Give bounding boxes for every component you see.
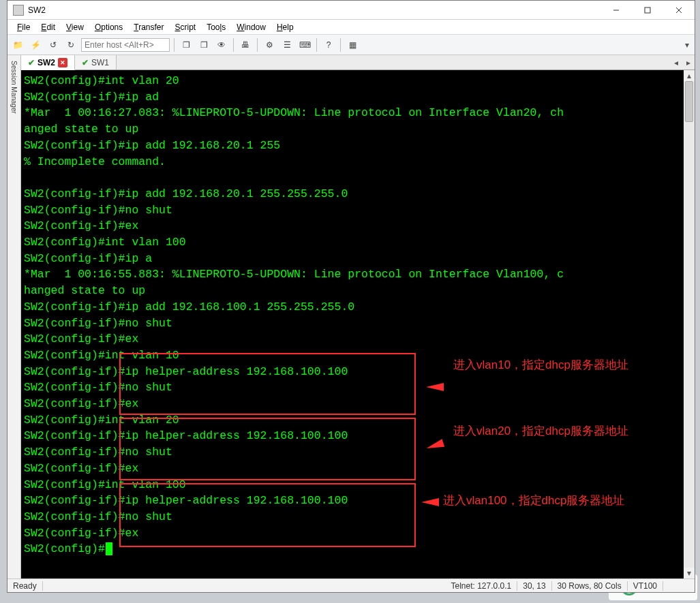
session-manager-label: Session Manager — [10, 58, 18, 114]
find-icon[interactable]: 👁 — [214, 37, 229, 52]
minimize-button[interactable] — [600, 1, 632, 20]
session-manager-panel[interactable]: Session Manager — [7, 55, 21, 578]
tab-label: SW2 — [37, 58, 55, 67]
status-emu: VT100 — [628, 581, 663, 591]
terminal[interactable]: SW2(config)#int vlan 20 SW2(config-if)#i… — [21, 70, 695, 578]
properties-icon[interactable]: ⚙ — [262, 37, 277, 52]
folder-icon[interactable]: 📁 — [10, 37, 25, 52]
help-icon[interactable]: ? — [321, 37, 336, 52]
menu-script[interactable]: Script — [170, 22, 202, 32]
svg-rect-1 — [645, 7, 650, 13]
status-telnet: Telnet: 127.0.0.1 — [445, 581, 517, 591]
quick-connect-icon[interactable]: ⚡ — [28, 37, 43, 52]
right-pane: ✔ SW2 ✕ ✔ SW1 ◂ ▸ SW2(config)#int vlan 2… — [21, 55, 695, 578]
status-bar: Ready Telnet: 127.0.0.1 30, 13 30 Rows, … — [7, 578, 695, 592]
connected-icon: ✔ — [82, 58, 89, 67]
menu-view[interactable]: View — [61, 22, 89, 32]
keys-icon[interactable]: ⌨ — [297, 37, 312, 52]
scroll-down-icon[interactable]: ▾ — [684, 568, 695, 578]
status-size: 30 Rows, 80 Cols — [552, 581, 628, 591]
host-input[interactable] — [81, 38, 170, 52]
connected-icon: ✔ — [28, 58, 35, 67]
copy-icon[interactable]: ❐ — [179, 37, 194, 52]
tab-scroll-right-icon[interactable]: ▸ — [682, 55, 695, 69]
reconnect-alt-icon[interactable]: ↻ — [63, 37, 78, 52]
menu-edit[interactable]: Edit — [35, 22, 61, 32]
session-tabs: ✔ SW2 ✕ ✔ SW1 ◂ ▸ — [21, 55, 695, 70]
toolbar: 📁 ⚡ ↺ ↻ ❐ ❒ 👁 🖶 ⚙ ☰ ⌨ ? ▦ ▾ — [7, 35, 695, 55]
status-ready: Ready — [7, 581, 43, 591]
main-area: Session Manager ✔ SW2 ✕ ✔ SW1 ◂ ▸ — [7, 55, 695, 578]
menu-transfer[interactable]: Transfer — [128, 22, 169, 32]
menu-help[interactable]: Help — [271, 22, 299, 32]
scroll-thumb[interactable] — [685, 81, 693, 122]
title-bar: SW2 — [7, 1, 695, 20]
menu-options[interactable]: Options — [89, 22, 128, 32]
app-icon — [13, 5, 24, 16]
menu-bar: File Edit View Options Transfer Script T… — [7, 20, 695, 35]
close-button[interactable] — [663, 1, 695, 20]
tab-sw2[interactable]: ✔ SW2 ✕ — [21, 55, 75, 70]
close-tab-icon[interactable]: ✕ — [58, 58, 67, 67]
session-opts-icon[interactable]: ☰ — [279, 37, 294, 52]
terminal-output: SW2(config)#int vlan 20 SW2(config-if)#i… — [21, 70, 695, 578]
menu-tools[interactable]: Tools — [201, 22, 231, 32]
tab-sw1[interactable]: ✔ SW1 — [75, 55, 117, 69]
print-icon[interactable]: 🖶 — [238, 37, 253, 52]
paste-icon[interactable]: ❒ — [196, 37, 211, 52]
reconnect-icon[interactable]: ↺ — [46, 37, 61, 52]
tab-scroll-left-icon[interactable]: ◂ — [670, 55, 682, 69]
scroll-up-icon[interactable]: ▴ — [684, 70, 695, 81]
terminal-scrollbar[interactable]: ▴ ▾ — [684, 70, 695, 578]
tab-label: SW1 — [91, 58, 109, 67]
app-window: SW2 File Edit View Options Transfer Scri… — [7, 0, 695, 593]
toolbar-overflow-icon[interactable]: ▾ — [682, 37, 692, 52]
menu-file[interactable]: File — [12, 22, 35, 32]
status-cursor: 30, 13 — [517, 581, 551, 591]
maximize-button[interactable] — [632, 1, 663, 20]
menu-window[interactable]: Window — [231, 22, 271, 32]
window-title: SW2 — [28, 5, 600, 15]
extra-icon[interactable]: ▦ — [345, 37, 360, 52]
